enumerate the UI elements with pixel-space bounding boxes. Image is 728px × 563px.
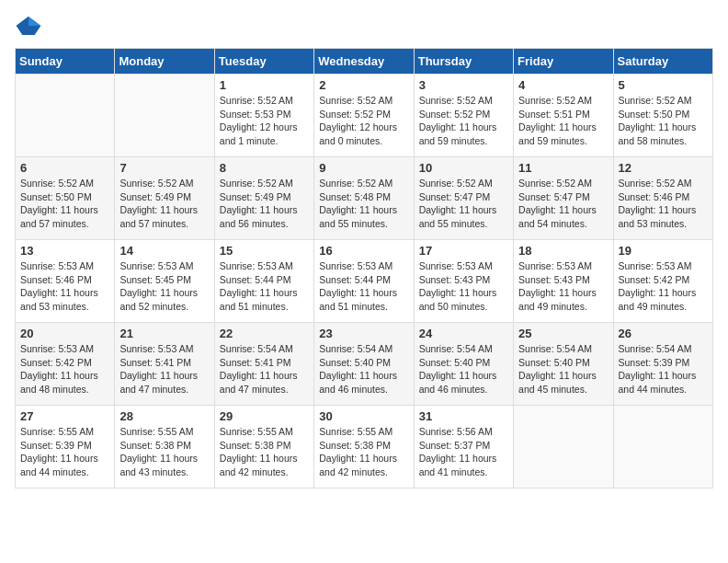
cell-text: Sunrise: 5:52 AM Sunset: 5:52 PM Dayligh…	[319, 94, 408, 148]
week-row-4: 20Sunrise: 5:53 AM Sunset: 5:42 PM Dayli…	[16, 323, 713, 406]
cell-text: Sunrise: 5:53 AM Sunset: 5:44 PM Dayligh…	[220, 259, 309, 314]
cell-text: Sunrise: 5:53 AM Sunset: 5:44 PM Dayligh…	[319, 259, 408, 314]
calendar-cell: 13Sunrise: 5:53 AM Sunset: 5:46 PM Dayli…	[16, 240, 115, 323]
day-number: 9	[319, 161, 408, 175]
calendar-cell: 17Sunrise: 5:53 AM Sunset: 5:43 PM Dayli…	[414, 240, 513, 323]
day-number: 16	[319, 244, 408, 258]
calendar-cell	[115, 75, 214, 157]
page-header	[15, 15, 713, 37]
day-number: 28	[119, 409, 209, 423]
cell-text: Sunrise: 5:52 AM Sunset: 5:47 PM Dayligh…	[518, 177, 608, 231]
day-number: 19	[619, 244, 708, 258]
weekday-header-monday: Monday	[115, 49, 214, 75]
calendar-cell: 11Sunrise: 5:52 AM Sunset: 5:47 PM Dayli…	[514, 157, 613, 240]
day-number: 30	[319, 409, 408, 423]
cell-text: Sunrise: 5:56 AM Sunset: 5:37 PM Dayligh…	[419, 425, 508, 479]
day-number: 18	[518, 244, 608, 258]
calendar-cell: 23Sunrise: 5:54 AM Sunset: 5:40 PM Dayli…	[314, 323, 414, 406]
day-number: 10	[419, 161, 508, 175]
calendar-cell: 7Sunrise: 5:52 AM Sunset: 5:49 PM Daylig…	[115, 157, 214, 240]
day-number: 26	[619, 327, 708, 340]
calendar-cell: 10Sunrise: 5:52 AM Sunset: 5:47 PM Dayli…	[414, 157, 513, 240]
weekday-header-saturday: Saturday	[613, 49, 712, 75]
day-number: 31	[419, 409, 508, 423]
calendar-cell: 5Sunrise: 5:52 AM Sunset: 5:50 PM Daylig…	[613, 75, 712, 157]
calendar-cell: 1Sunrise: 5:52 AM Sunset: 5:53 PM Daylig…	[214, 75, 313, 157]
cell-text: Sunrise: 5:52 AM Sunset: 5:50 PM Dayligh…	[619, 94, 708, 148]
calendar-cell: 31Sunrise: 5:56 AM Sunset: 5:37 PM Dayli…	[414, 406, 513, 488]
cell-text: Sunrise: 5:54 AM Sunset: 5:40 PM Dayligh…	[319, 342, 408, 396]
week-row-1: 1Sunrise: 5:52 AM Sunset: 5:53 PM Daylig…	[16, 75, 713, 157]
day-number: 2	[319, 78, 408, 92]
logo	[15, 15, 46, 37]
calendar-cell	[514, 406, 613, 488]
day-number: 13	[20, 244, 109, 258]
day-number: 8	[220, 161, 309, 175]
calendar-cell: 26Sunrise: 5:54 AM Sunset: 5:39 PM Dayli…	[613, 323, 712, 406]
day-number: 29	[220, 409, 309, 423]
day-number: 22	[220, 327, 309, 340]
calendar-cell: 6Sunrise: 5:52 AM Sunset: 5:50 PM Daylig…	[16, 157, 115, 240]
cell-text: Sunrise: 5:52 AM Sunset: 5:51 PM Dayligh…	[518, 94, 608, 148]
calendar-cell: 21Sunrise: 5:53 AM Sunset: 5:41 PM Dayli…	[115, 323, 214, 406]
calendar-cell: 14Sunrise: 5:53 AM Sunset: 5:45 PM Dayli…	[115, 240, 214, 323]
svg-marker-2	[17, 17, 28, 26]
cell-text: Sunrise: 5:53 AM Sunset: 5:43 PM Dayligh…	[518, 259, 608, 314]
cell-text: Sunrise: 5:54 AM Sunset: 5:41 PM Dayligh…	[220, 342, 309, 396]
day-number: 3	[419, 78, 508, 92]
cell-text: Sunrise: 5:52 AM Sunset: 5:53 PM Dayligh…	[220, 94, 309, 148]
weekday-header-sunday: Sunday	[16, 49, 115, 75]
calendar-table: SundayMondayTuesdayWednesdayThursdayFrid…	[15, 48, 713, 488]
cell-text: Sunrise: 5:52 AM Sunset: 5:47 PM Dayligh…	[419, 177, 508, 231]
cell-text: Sunrise: 5:52 AM Sunset: 5:48 PM Dayligh…	[319, 177, 408, 231]
cell-text: Sunrise: 5:52 AM Sunset: 5:49 PM Dayligh…	[220, 177, 309, 231]
day-number: 20	[20, 327, 109, 340]
calendar-cell	[613, 406, 712, 488]
cell-text: Sunrise: 5:52 AM Sunset: 5:46 PM Dayligh…	[619, 177, 708, 231]
day-number: 23	[319, 327, 408, 340]
day-number: 24	[419, 327, 508, 340]
calendar-cell: 15Sunrise: 5:53 AM Sunset: 5:44 PM Dayli…	[214, 240, 313, 323]
cell-text: Sunrise: 5:53 AM Sunset: 5:41 PM Dayligh…	[119, 342, 209, 396]
cell-text: Sunrise: 5:53 AM Sunset: 5:45 PM Dayligh…	[119, 259, 209, 314]
day-number: 21	[119, 327, 209, 340]
calendar-cell: 29Sunrise: 5:55 AM Sunset: 5:38 PM Dayli…	[214, 406, 313, 488]
day-number: 25	[518, 327, 608, 340]
day-number: 17	[419, 244, 508, 258]
cell-text: Sunrise: 5:55 AM Sunset: 5:38 PM Dayligh…	[220, 425, 309, 479]
calendar-cell: 28Sunrise: 5:55 AM Sunset: 5:38 PM Dayli…	[115, 406, 214, 488]
weekday-header-row: SundayMondayTuesdayWednesdayThursdayFrid…	[16, 49, 713, 75]
cell-text: Sunrise: 5:55 AM Sunset: 5:38 PM Dayligh…	[119, 425, 209, 479]
cell-text: Sunrise: 5:52 AM Sunset: 5:49 PM Dayligh…	[119, 177, 209, 231]
day-number: 12	[619, 161, 708, 175]
calendar-cell: 16Sunrise: 5:53 AM Sunset: 5:44 PM Dayli…	[314, 240, 414, 323]
day-number: 4	[518, 78, 608, 92]
weekday-header-thursday: Thursday	[414, 49, 513, 75]
cell-text: Sunrise: 5:54 AM Sunset: 5:39 PM Dayligh…	[619, 342, 708, 396]
day-number: 27	[20, 409, 109, 423]
calendar-cell: 3Sunrise: 5:52 AM Sunset: 5:52 PM Daylig…	[414, 75, 513, 157]
weekday-header-friday: Friday	[514, 49, 613, 75]
calendar-cell: 20Sunrise: 5:53 AM Sunset: 5:42 PM Dayli…	[16, 323, 115, 406]
cell-text: Sunrise: 5:53 AM Sunset: 5:46 PM Dayligh…	[20, 259, 109, 314]
calendar-cell: 25Sunrise: 5:54 AM Sunset: 5:40 PM Dayli…	[514, 323, 613, 406]
day-number: 6	[20, 161, 109, 175]
calendar-cell: 9Sunrise: 5:52 AM Sunset: 5:48 PM Daylig…	[314, 157, 414, 240]
calendar-cell	[16, 75, 115, 157]
calendar-cell: 27Sunrise: 5:55 AM Sunset: 5:39 PM Dayli…	[16, 406, 115, 488]
cell-text: Sunrise: 5:53 AM Sunset: 5:42 PM Dayligh…	[619, 259, 708, 314]
week-row-5: 27Sunrise: 5:55 AM Sunset: 5:39 PM Dayli…	[16, 406, 713, 488]
day-number: 5	[619, 78, 708, 92]
calendar-cell: 2Sunrise: 5:52 AM Sunset: 5:52 PM Daylig…	[314, 75, 414, 157]
day-number: 11	[518, 161, 608, 175]
weekday-header-tuesday: Tuesday	[214, 49, 313, 75]
calendar-cell: 22Sunrise: 5:54 AM Sunset: 5:41 PM Dayli…	[214, 323, 313, 406]
svg-marker-1	[28, 17, 40, 26]
calendar-cell: 24Sunrise: 5:54 AM Sunset: 5:40 PM Dayli…	[414, 323, 513, 406]
logo-icon	[15, 15, 42, 37]
cell-text: Sunrise: 5:55 AM Sunset: 5:38 PM Dayligh…	[319, 425, 408, 479]
cell-text: Sunrise: 5:52 AM Sunset: 5:52 PM Dayligh…	[419, 94, 508, 148]
calendar-cell: 12Sunrise: 5:52 AM Sunset: 5:46 PM Dayli…	[613, 157, 712, 240]
calendar-cell: 19Sunrise: 5:53 AM Sunset: 5:42 PM Dayli…	[613, 240, 712, 323]
week-row-2: 6Sunrise: 5:52 AM Sunset: 5:50 PM Daylig…	[16, 157, 713, 240]
